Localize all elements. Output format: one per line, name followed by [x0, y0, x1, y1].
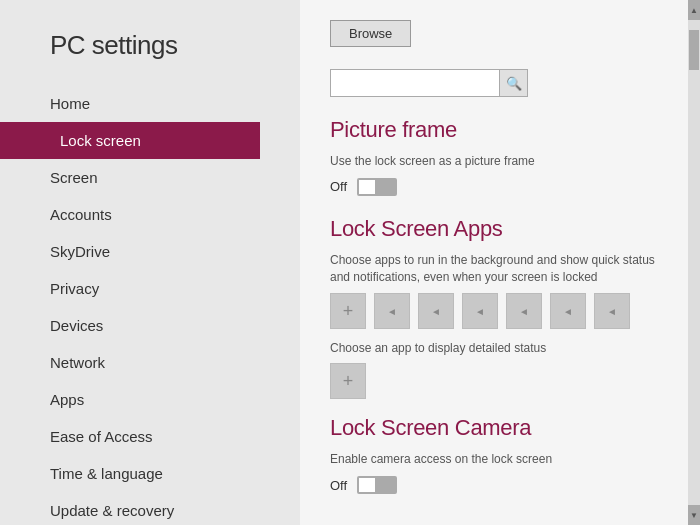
sidebar-item-devices[interactable]: Devices: [40, 307, 300, 344]
app-slot-2[interactable]: ◄: [374, 293, 410, 329]
sidebar-item-time-language[interactable]: Time & language: [40, 455, 300, 492]
sidebar-item-accounts[interactable]: Accounts: [40, 196, 300, 233]
browse-button[interactable]: Browse: [330, 20, 411, 47]
sidebar-item-apps[interactable]: Apps: [40, 381, 300, 418]
lock-screen-camera-toggle-label: Off: [330, 478, 347, 493]
search-input[interactable]: [330, 69, 500, 97]
app-slot-icon-7: ◄: [607, 306, 617, 317]
lock-screen-camera-toggle-row: Off: [330, 476, 670, 494]
scrollbar-track: ▲ ▼: [688, 0, 700, 525]
search-container: 🔍: [330, 69, 670, 97]
sidebar-item-screen[interactable]: Screen: [40, 159, 300, 196]
scrollbar-up-button[interactable]: ▲: [688, 0, 700, 20]
lock-screen-apps-row: + ◄ ◄ ◄ ◄ ◄ ◄: [330, 293, 670, 329]
lock-screen-camera-desc: Enable camera access on the lock screen: [330, 451, 670, 468]
scrollbar-down-button[interactable]: ▼: [688, 505, 700, 525]
lock-screen-camera-toggle[interactable]: [357, 476, 397, 494]
sidebar-item-privacy[interactable]: Privacy: [40, 270, 300, 307]
app-slot-3[interactable]: ◄: [418, 293, 454, 329]
app-title: PC settings: [50, 30, 300, 61]
search-button[interactable]: 🔍: [500, 69, 528, 97]
app-slot-icon-5: ◄: [519, 306, 529, 317]
sidebar-nav: Home Lock screen Screen Accounts SkyDriv…: [50, 85, 300, 525]
main-content: Browse 🔍 Picture frame Use the lock scre…: [300, 0, 700, 525]
lock-screen-apps-title: Lock Screen Apps: [330, 216, 670, 242]
sidebar-item-skydrive[interactable]: SkyDrive: [40, 233, 300, 270]
lock-screen-camera-section: Lock Screen Camera Enable camera access …: [330, 415, 670, 494]
sidebar-item-lock-screen[interactable]: Lock screen: [0, 122, 260, 159]
camera-toggle-knob: [359, 478, 375, 492]
app-slot-icon-2: ◄: [387, 306, 397, 317]
picture-frame-toggle-row: Off: [330, 178, 670, 196]
app-slot-7[interactable]: ◄: [594, 293, 630, 329]
app-slot-detailed-add[interactable]: +: [330, 363, 366, 399]
app-slot-5[interactable]: ◄: [506, 293, 542, 329]
picture-frame-toggle-label: Off: [330, 179, 347, 194]
app-slot-4[interactable]: ◄: [462, 293, 498, 329]
detailed-app-row: +: [330, 363, 670, 399]
app-slot-icon-4: ◄: [475, 306, 485, 317]
sidebar-item-network[interactable]: Network: [40, 344, 300, 381]
sidebar: PC settings Home Lock screen Screen Acco…: [0, 0, 300, 525]
choose-app-label: Choose an app to display detailed status: [330, 341, 670, 355]
picture-frame-toggle[interactable]: [357, 178, 397, 196]
search-icon: 🔍: [506, 76, 522, 91]
sidebar-item-update-recovery[interactable]: Update & recovery: [40, 492, 300, 525]
app-slot-6[interactable]: ◄: [550, 293, 586, 329]
picture-frame-desc: Use the lock screen as a picture frame: [330, 153, 670, 170]
lock-screen-apps-desc: Choose apps to run in the background and…: [330, 252, 670, 286]
sidebar-item-ease-of-access[interactable]: Ease of Access: [40, 418, 300, 455]
scrollbar-thumb[interactable]: [689, 30, 699, 70]
app-slot-add-1[interactable]: +: [330, 293, 366, 329]
lock-screen-apps-section: Lock Screen Apps Choose apps to run in t…: [330, 216, 670, 400]
picture-frame-title: Picture frame: [330, 117, 670, 143]
lock-screen-camera-title: Lock Screen Camera: [330, 415, 670, 441]
sidebar-item-home[interactable]: Home: [40, 85, 300, 122]
app-slot-icon-6: ◄: [563, 306, 573, 317]
picture-frame-section: Picture frame Use the lock screen as a p…: [330, 117, 670, 196]
app-slot-icon-3: ◄: [431, 306, 441, 317]
toggle-knob: [359, 180, 375, 194]
